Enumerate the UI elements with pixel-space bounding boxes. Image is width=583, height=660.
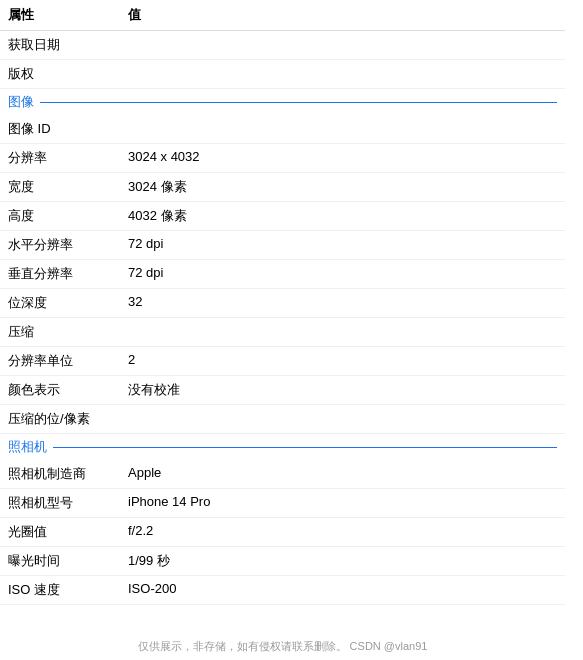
table-row: 获取日期 [0,31,565,60]
property-name: 图像 ID [0,115,120,144]
table-row: 图像 ID [0,115,565,144]
property-name: 颜色表示 [0,376,120,405]
property-name: 高度 [0,202,120,231]
property-value: ISO-200 [120,576,565,605]
properties-table: 属性 值 获取日期版权图像图像 ID分辨率3024 x 4032宽度3024 像… [0,0,565,605]
table-row: 分辨率单位2 [0,347,565,376]
property-name: 分辨率 [0,144,120,173]
property-name: 水平分辨率 [0,231,120,260]
table-row: 照相机制造商Apple [0,460,565,489]
property-value: iPhone 14 Pro [120,489,565,518]
property-name: 版权 [0,60,120,89]
section-header-row: 图像 [0,89,565,116]
property-value [120,60,565,89]
main-container[interactable]: 属性 值 获取日期版权图像图像 ID分辨率3024 x 4032宽度3024 像… [0,0,565,660]
property-value: Apple [120,460,565,489]
property-value: 1/99 秒 [120,547,565,576]
property-value: 没有校准 [120,376,565,405]
property-value: 72 dpi [120,231,565,260]
property-name: 分辨率单位 [0,347,120,376]
table-header: 属性 值 [0,0,565,31]
property-name: 压缩 [0,318,120,347]
table-row: 宽度3024 像素 [0,173,565,202]
property-name: ISO 速度 [0,576,120,605]
table-row: 压缩 [0,318,565,347]
property-name: 压缩的位/像素 [0,405,120,434]
attr-column-header: 属性 [0,0,120,31]
property-value: f/2.2 [120,518,565,547]
table-row: 位深度32 [0,289,565,318]
property-value: 3024 x 4032 [120,144,565,173]
property-name: 照相机制造商 [0,460,120,489]
property-value: 4032 像素 [120,202,565,231]
table-row: 光圈值f/2.2 [0,518,565,547]
property-name: 曝光时间 [0,547,120,576]
property-name: 垂直分辨率 [0,260,120,289]
table-row: ISO 速度ISO-200 [0,576,565,605]
table-row: 垂直分辨率72 dpi [0,260,565,289]
table-row: 曝光时间1/99 秒 [0,547,565,576]
property-value: 32 [120,289,565,318]
property-name: 宽度 [0,173,120,202]
property-value: 3024 像素 [120,173,565,202]
section-label: 图像 [8,93,34,111]
property-value [120,405,565,434]
table-row: 水平分辨率72 dpi [0,231,565,260]
section-label: 照相机 [8,438,47,456]
table-row: 高度4032 像素 [0,202,565,231]
property-name: 照相机型号 [0,489,120,518]
property-value [120,115,565,144]
table-row: 分辨率3024 x 4032 [0,144,565,173]
property-value: 2 [120,347,565,376]
val-column-header: 值 [120,0,565,31]
section-header-row: 照相机 [0,434,565,461]
property-value: 72 dpi [120,260,565,289]
table-row: 颜色表示没有校准 [0,376,565,405]
table-row: 压缩的位/像素 [0,405,565,434]
property-name: 获取日期 [0,31,120,60]
property-value [120,31,565,60]
table-row: 版权 [0,60,565,89]
property-name: 位深度 [0,289,120,318]
table-row: 照相机型号iPhone 14 Pro [0,489,565,518]
property-value [120,318,565,347]
property-name: 光圈值 [0,518,120,547]
